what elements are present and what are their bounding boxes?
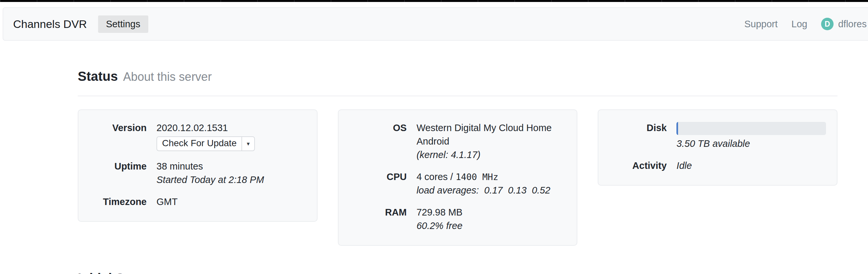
check-for-update-button[interactable]: Check For Update ▼ — [156, 136, 255, 151]
timezone-label: Timezone — [89, 195, 147, 209]
uptime-value-cell: 38 minutes Started Today at 2:18 PM — [156, 160, 306, 187]
disk-usage-bar — [676, 122, 826, 135]
disk-available: 3.50 TB available — [676, 137, 826, 150]
update-dropdown-toggle[interactable]: ▼ — [242, 137, 254, 150]
os-kernel: (kernel: 4.1.17) — [416, 148, 566, 162]
activity-row: Activity Idle — [609, 159, 826, 172]
log-link[interactable]: Log — [792, 19, 807, 30]
system-card: OS Western Digital My Cloud Home Android… — [338, 109, 578, 246]
page-subtitle: About this server — [123, 70, 212, 84]
uptime-row: Uptime 38 minutes Started Today at 2:18 … — [89, 160, 306, 187]
ram-label: RAM — [349, 205, 407, 232]
cpu-value-cell: 4 cores / 1400 MHz load averages: 0.17 0… — [416, 170, 566, 197]
activity-value: Idle — [676, 159, 826, 172]
cpu-mhz: 1400 MHz — [456, 172, 498, 182]
os-label: OS — [349, 121, 407, 162]
navbar: Channels DVR Settings Support Log D dflo… — [3, 7, 868, 41]
cpu-label: CPU — [349, 170, 407, 197]
cpu-row: CPU 4 cores / 1400 MHz load averages: 0.… — [349, 170, 566, 197]
ram-value-cell: 729.98 MB 60.2% free — [416, 205, 566, 232]
ram-row: RAM 729.98 MB 60.2% free — [349, 205, 566, 232]
timezone-row: Timezone GMT — [89, 195, 306, 209]
disk-usage-fill — [676, 122, 678, 135]
disk-label: Disk — [609, 121, 666, 150]
section-divider — [78, 95, 837, 96]
app-brand: Channels DVR — [13, 18, 87, 31]
navbar-right: Support Log D dflores — [744, 18, 867, 30]
ram-free: 60.2% free — [416, 219, 566, 232]
version-row: Version 2020.12.02.1531 Check For Update… — [89, 121, 306, 151]
ram-value: 729.98 MB — [416, 205, 566, 219]
username: dflores — [838, 19, 867, 30]
cpu-load-averages: load averages: 0.17 0.13 0.52 — [416, 184, 566, 197]
support-link[interactable]: Support — [744, 19, 778, 30]
os-value-cell: Western Digital My Cloud Home Android (k… — [416, 121, 566, 162]
uptime-value: 38 minutes — [156, 160, 306, 173]
initial-setup-header: Initial Setup let's get your DVR up and … — [78, 271, 837, 274]
os-row: OS Western Digital My Cloud Home Android… — [349, 121, 566, 162]
cpu-cores: 4 cores / — [416, 171, 456, 182]
cpu-value: 4 cores / 1400 MHz — [416, 170, 566, 184]
browser-tab-strip — [0, 0, 868, 2]
version-card: Version 2020.12.02.1531 Check For Update… — [78, 109, 317, 222]
avatar: D — [821, 18, 834, 30]
initial-setup-subtitle: let's get your DVR up and running! — [157, 272, 338, 274]
disk-row: Disk 3.50 TB available — [609, 121, 826, 150]
check-for-update-label[interactable]: Check For Update — [157, 137, 242, 150]
version-label: Version — [89, 121, 147, 151]
activity-label: Activity — [609, 159, 666, 172]
version-value-cell: 2020.12.02.1531 Check For Update ▼ — [156, 121, 306, 151]
os-value: Western Digital My Cloud Home Android — [416, 121, 566, 148]
page-title: Status — [78, 69, 118, 84]
timezone-value: GMT — [156, 195, 306, 209]
uptime-detail: Started Today at 2:18 PM — [156, 173, 306, 187]
main-content: Status About this server Version 2020.12… — [78, 69, 837, 274]
uptime-label: Uptime — [89, 160, 147, 187]
initial-setup-title: Initial Setup — [78, 271, 152, 274]
disk-card: Disk 3.50 TB available Activity Idle — [598, 109, 837, 186]
status-header: Status About this server — [78, 69, 837, 84]
status-cards: Version 2020.12.02.1531 Check For Update… — [78, 109, 837, 246]
chevron-down-icon: ▼ — [246, 137, 251, 150]
tab-settings[interactable]: Settings — [98, 16, 148, 33]
user-menu[interactable]: D dflores — [821, 18, 867, 30]
disk-value-cell: 3.50 TB available — [676, 121, 826, 150]
version-value: 2020.12.02.1531 — [156, 121, 306, 135]
